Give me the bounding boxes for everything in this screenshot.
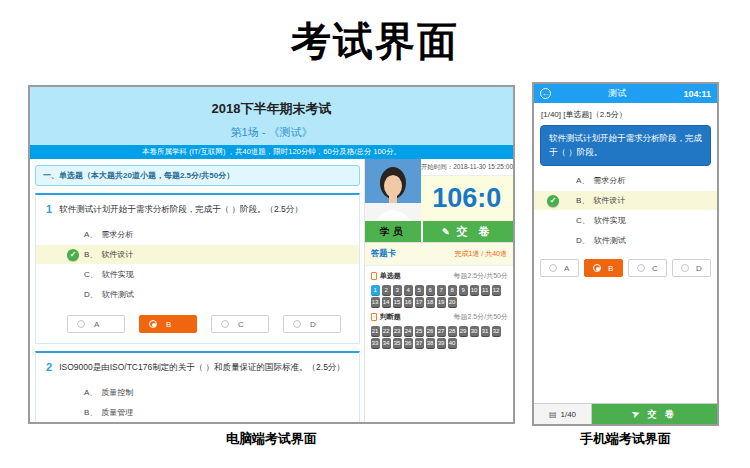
option-label: A、 bbox=[84, 388, 97, 397]
question-cell-23[interactable]: 23 bbox=[393, 326, 402, 336]
question-cell-29[interactable]: 29 bbox=[459, 326, 468, 336]
question-title: 1软件测试计划开始于需求分析阶段，完成于（ ）阶段。（2.5分） bbox=[36, 204, 359, 216]
question-cell-5[interactable]: 5 bbox=[415, 285, 424, 295]
question-cell-27[interactable]: 27 bbox=[437, 326, 446, 336]
answer-button-d[interactable]: D bbox=[672, 259, 711, 277]
question-cell-6[interactable]: 6 bbox=[426, 285, 435, 295]
question-cell-20[interactable]: 20 bbox=[448, 297, 457, 307]
question-cell-11[interactable]: 11 bbox=[481, 285, 490, 295]
question-cell-40[interactable]: 40 bbox=[448, 338, 457, 348]
question-cell-33[interactable]: 33 bbox=[371, 338, 380, 348]
question-cell-36[interactable]: 36 bbox=[404, 338, 413, 348]
question-cell-2[interactable]: 2 bbox=[382, 285, 391, 295]
question-options: A、质量控制B、质量管理C、质量策划D、质量改进 bbox=[36, 383, 359, 422]
answer-card-progress: 完成1道 / 共40道 bbox=[454, 249, 507, 259]
option-row[interactable]: D、软件测试 bbox=[534, 231, 717, 250]
question-cell-39[interactable]: 39 bbox=[437, 338, 446, 348]
mobile-spacer bbox=[534, 277, 717, 403]
answer-letter: D bbox=[310, 320, 316, 329]
answer-button-d[interactable]: D bbox=[283, 315, 341, 333]
back-icon[interactable]: ← bbox=[540, 88, 551, 99]
option-row[interactable]: C、软件实现 bbox=[534, 211, 717, 230]
question-block: 1软件测试计划开始于需求分析阶段，完成于（ ）阶段。（2.5分）A、需求分析✓B… bbox=[35, 193, 360, 344]
option-row[interactable]: ✓B、软件设计 bbox=[534, 191, 717, 210]
question-cell-19[interactable]: 19 bbox=[437, 297, 446, 307]
option-text: 软件实现 bbox=[594, 216, 626, 225]
question-cell-13[interactable]: 13 bbox=[371, 297, 380, 307]
option-row[interactable]: A、质量控制 bbox=[36, 383, 359, 402]
answer-button-b[interactable]: B bbox=[584, 259, 623, 277]
section-name-wrap: 判断题 bbox=[371, 312, 401, 322]
section-name-wrap: 单选题 bbox=[371, 271, 401, 281]
answer-button-a[interactable]: A bbox=[540, 259, 579, 277]
question-cell-24[interactable]: 24 bbox=[404, 326, 413, 336]
mobile-footer: ▤ 1/40 ➤ 交 卷 bbox=[534, 403, 717, 424]
option-label: B、 bbox=[84, 408, 97, 417]
question-cell-1[interactable]: 1 bbox=[371, 285, 380, 295]
option-row[interactable]: A、需求分析 bbox=[534, 171, 717, 190]
option-text: 质量控制 bbox=[101, 388, 133, 397]
answer-button-c[interactable]: C bbox=[211, 315, 269, 333]
answer-button-b[interactable]: B bbox=[139, 315, 197, 333]
option-row[interactable]: B、质量管理 bbox=[36, 403, 359, 422]
check-icon: ✓ bbox=[547, 195, 559, 207]
answer-button-a[interactable]: A bbox=[67, 315, 125, 333]
exam-sidebar: 开始时间：2018-11-30 15:25:00 106:0 学员 ✎ 交 卷 … bbox=[364, 159, 513, 422]
submit-exam-button[interactable]: ✎ 交 卷 bbox=[423, 221, 513, 242]
option-row[interactable]: ✓B、软件设计 bbox=[36, 245, 359, 264]
question-cell-7[interactable]: 7 bbox=[437, 285, 446, 295]
option-label: B、 bbox=[84, 250, 97, 259]
question-cell-12[interactable]: 12 bbox=[492, 285, 501, 295]
answer-card-section: 判断题每题2.5分/共50分21222324252627282930313233… bbox=[365, 307, 513, 348]
question-cell-22[interactable]: 22 bbox=[382, 326, 391, 336]
question-text: ISO9000是由ISO/TC176制定的关于（ ）和质量保证的国际标准。（2.… bbox=[59, 362, 345, 374]
question-cell-28[interactable]: 28 bbox=[448, 326, 457, 336]
mobile-question-text: 软件测试计划开始于需求分析阶段，完成于（ ）阶段。 bbox=[540, 125, 711, 166]
question-cell-8[interactable]: 8 bbox=[448, 285, 457, 295]
check-icon: ✓ bbox=[67, 249, 79, 261]
question-nav-button[interactable]: ▤ 1/40 bbox=[534, 404, 592, 424]
question-cell-26[interactable]: 26 bbox=[426, 326, 435, 336]
answer-card-title: 答题卡 bbox=[371, 248, 397, 260]
section-header: 一、单选题（本大题共20道小题，每题2.5分/共50分） bbox=[35, 165, 360, 186]
desktop-questions: 1软件测试计划开始于需求分析阶段，完成于（ ）阶段。（2.5分）A、需求分析✓B… bbox=[35, 193, 360, 422]
question-cell-17[interactable]: 17 bbox=[415, 297, 424, 307]
option-label: C、 bbox=[576, 216, 590, 225]
question-cell-9[interactable]: 9 bbox=[459, 285, 468, 295]
answer-button-c[interactable]: C bbox=[628, 259, 667, 277]
question-cell-31[interactable]: 31 bbox=[481, 326, 490, 336]
pencil-icon: ✎ bbox=[442, 227, 450, 237]
number-grid: 2122232425262728293031323334353637383940 bbox=[371, 326, 503, 348]
question-cell-21[interactable]: 21 bbox=[371, 326, 380, 336]
question-cell-10[interactable]: 10 bbox=[470, 285, 479, 295]
question-cell-15[interactable]: 15 bbox=[393, 297, 402, 307]
question-cell-30[interactable]: 30 bbox=[470, 326, 479, 336]
question-cell-18[interactable]: 18 bbox=[426, 297, 435, 307]
option-row[interactable]: A、需求分析 bbox=[36, 225, 359, 244]
answer-letter: C bbox=[238, 320, 244, 329]
option-row[interactable]: C、软件实现 bbox=[36, 265, 359, 284]
slide-page: 考试界面 2018下半年期末考试 第1场 - 《测试》 本卷所属学科 (IT/互… bbox=[0, 0, 750, 468]
answer-letter: D bbox=[696, 264, 702, 273]
option-label: D、 bbox=[576, 236, 590, 245]
exam-info-bar: 本卷所属学科 (IT/互联网) ，共40道题，限时120分钟，60分及格/总分 … bbox=[30, 145, 513, 159]
desktop-caption: 电脑端考试界面 bbox=[28, 430, 515, 448]
question-cell-37[interactable]: 37 bbox=[415, 338, 424, 348]
question-cell-34[interactable]: 34 bbox=[382, 338, 391, 348]
option-row[interactable]: D、软件测试 bbox=[36, 285, 359, 304]
question-cell-38[interactable]: 38 bbox=[426, 338, 435, 348]
question-cell-16[interactable]: 16 bbox=[404, 297, 413, 307]
radio-icon bbox=[681, 264, 689, 272]
question-cell-14[interactable]: 14 bbox=[382, 297, 391, 307]
question-cell-32[interactable]: 32 bbox=[492, 326, 501, 336]
option-label: D、 bbox=[84, 290, 98, 299]
page-title: 考试界面 bbox=[0, 14, 750, 69]
question-cell-3[interactable]: 3 bbox=[393, 285, 402, 295]
question-number: 2 bbox=[46, 362, 52, 374]
question-cell-4[interactable]: 4 bbox=[404, 285, 413, 295]
question-cell-25[interactable]: 25 bbox=[415, 326, 424, 336]
exam-header: 2018下半年期末考试 第1场 - 《测试》 bbox=[30, 87, 513, 145]
mobile-submit-button[interactable]: ➤ 交 卷 bbox=[592, 404, 717, 424]
answer-card-section: 单选题每题2.5分/共50分12345678910111213141516171… bbox=[365, 266, 513, 307]
question-cell-35[interactable]: 35 bbox=[393, 338, 402, 348]
